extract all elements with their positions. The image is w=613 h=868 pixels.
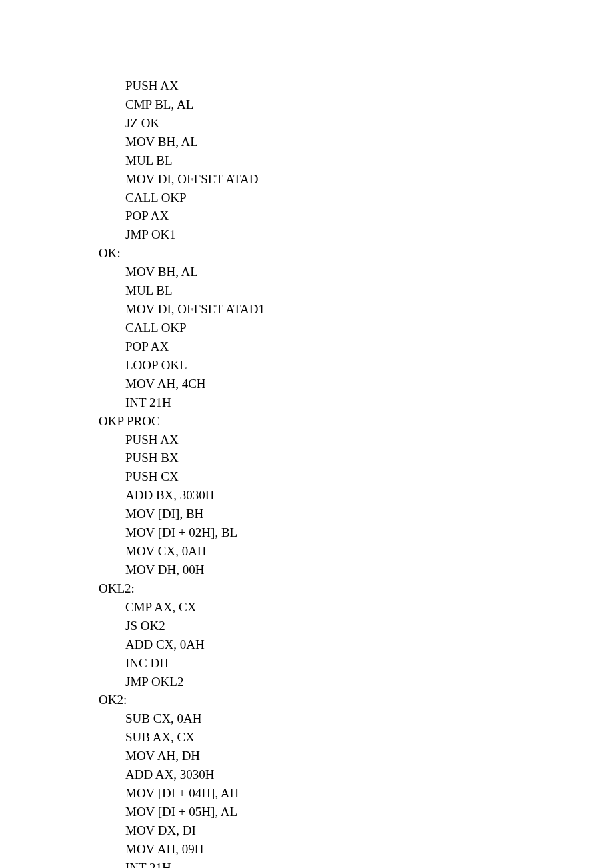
code-line: PUSH CX bbox=[99, 467, 613, 486]
code-line: MOV BH, AL bbox=[99, 133, 613, 151]
code-line: CALL OKP bbox=[99, 189, 613, 207]
code-line: ADD CX, 0AH bbox=[99, 635, 613, 654]
code-line: INT 21H bbox=[99, 393, 613, 412]
code-line: SUB AX, CX bbox=[99, 728, 613, 747]
code-line: PUSH AX bbox=[99, 431, 613, 449]
code-line: OKL2: bbox=[99, 579, 613, 598]
code-line: CALL OKP bbox=[99, 319, 613, 337]
code-line: MUL BL bbox=[99, 281, 613, 300]
code-line: MUL BL bbox=[99, 151, 613, 170]
code-line: JMP OK1 bbox=[99, 225, 613, 244]
code-line: MOV AH, 4CH bbox=[99, 375, 613, 393]
code-line: ADD AX, 3030H bbox=[99, 765, 613, 784]
code-line: MOV CX, 0AH bbox=[99, 542, 613, 561]
code-line: JMP OKL2 bbox=[99, 673, 613, 691]
code-line: OK2: bbox=[99, 691, 613, 709]
code-line: MOV [DI], BH bbox=[99, 505, 613, 523]
code-line: POP AX bbox=[99, 207, 613, 225]
code-line: CMP AX, CX bbox=[99, 598, 613, 617]
code-line: PUSH AX bbox=[99, 77, 613, 95]
code-line: INC DH bbox=[99, 654, 613, 673]
code-line: MOV DI, OFFSET ATAD bbox=[99, 170, 613, 189]
code-line: MOV AH, 09H bbox=[99, 840, 613, 859]
code-line: MOV DI, OFFSET ATAD1 bbox=[99, 300, 613, 319]
code-line: LOOP OKL bbox=[99, 356, 613, 375]
code-line: MOV AH, DH bbox=[99, 747, 613, 765]
code-line: MOV [DI + 05H], AL bbox=[99, 803, 613, 821]
code-block: PUSH AXCMP BL, ALJZ OKMOV BH, ALMUL BLMO… bbox=[99, 77, 613, 868]
code-line: MOV DX, DI bbox=[99, 821, 613, 840]
code-line: MOV DH, 00H bbox=[99, 561, 613, 579]
code-line: JS OK2 bbox=[99, 617, 613, 635]
code-line: POP AX bbox=[99, 337, 613, 356]
code-line: MOV [DI + 02H], BL bbox=[99, 523, 613, 542]
code-line: JZ OK bbox=[99, 114, 613, 133]
code-line: OKP PROC bbox=[99, 412, 613, 431]
code-line: MOV [DI + 04H], AH bbox=[99, 784, 613, 803]
code-line: CMP BL, AL bbox=[99, 95, 613, 114]
code-line: ADD BX, 3030H bbox=[99, 486, 613, 505]
code-line: PUSH BX bbox=[99, 449, 613, 467]
code-line: SUB CX, 0AH bbox=[99, 709, 613, 728]
code-line: INT 21H bbox=[99, 859, 613, 868]
code-line: MOV BH, AL bbox=[99, 263, 613, 281]
code-line: OK: bbox=[99, 244, 613, 263]
